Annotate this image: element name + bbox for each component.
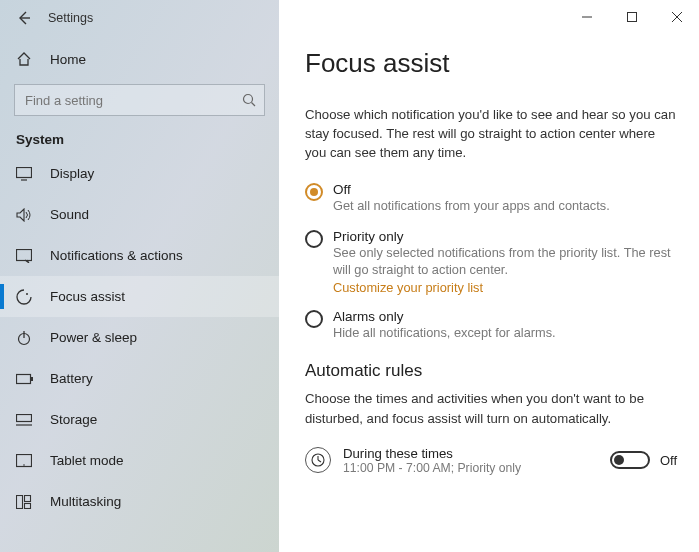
- search-input[interactable]: [23, 92, 242, 109]
- maximize-button[interactable]: [609, 2, 654, 32]
- sidebar-item-focus-assist[interactable]: Focus assist: [0, 276, 279, 317]
- svg-rect-21: [25, 503, 31, 508]
- sidebar-item-label: Multitasking: [50, 494, 121, 509]
- radio-icon: [305, 310, 323, 328]
- svg-point-5: [244, 95, 253, 104]
- power-icon: [16, 330, 36, 346]
- svg-rect-15: [17, 414, 32, 421]
- sidebar-item-battery[interactable]: Battery: [0, 358, 279, 399]
- page-description: Choose which notification you'd like to …: [305, 105, 677, 162]
- home-icon: [16, 51, 36, 67]
- notifications-icon: [16, 249, 36, 263]
- svg-point-10: [26, 293, 28, 295]
- sidebar-item-label: Notifications & actions: [50, 248, 183, 263]
- radio-icon: [305, 183, 323, 201]
- svg-rect-7: [17, 167, 32, 177]
- radio-option-priority[interactable]: Priority only See only selected notifica…: [305, 229, 677, 296]
- sidebar-item-label: Storage: [50, 412, 97, 427]
- sidebar-nav: Display Sound Notifications & actions Fo…: [0, 153, 279, 522]
- sound-icon: [16, 208, 36, 222]
- svg-rect-14: [31, 377, 33, 381]
- radio-title: Alarms only: [333, 309, 556, 324]
- sidebar: Settings Home System: [0, 0, 279, 552]
- sidebar-item-label: Tablet mode: [50, 453, 124, 468]
- sidebar-item-multitasking[interactable]: Multitasking: [0, 481, 279, 522]
- rule-during-times[interactable]: During these times 11:00 PM - 7:00 AM; P…: [305, 438, 677, 483]
- automatic-rules-heading: Automatic rules: [305, 361, 677, 381]
- minimize-icon: [582, 12, 592, 22]
- radio-subtitle: Get all notifications from your apps and…: [333, 197, 610, 214]
- close-button[interactable]: [654, 2, 699, 32]
- clock-icon: [305, 447, 331, 473]
- sidebar-header: Settings: [0, 0, 279, 36]
- svg-line-6: [252, 103, 256, 107]
- sidebar-item-label: Battery: [50, 371, 93, 386]
- back-button[interactable]: [6, 0, 42, 36]
- radio-subtitle: See only selected notifications from the…: [333, 244, 673, 279]
- radio-title: Priority only: [333, 229, 673, 244]
- arrow-left-icon: [16, 10, 32, 26]
- radio-subtitle: Hide all notifications, except for alarm…: [333, 324, 556, 341]
- battery-icon: [16, 373, 36, 385]
- sidebar-item-tablet[interactable]: Tablet mode: [0, 440, 279, 481]
- sidebar-item-notifications[interactable]: Notifications & actions: [0, 235, 279, 276]
- rule-subtitle: 11:00 PM - 7:00 AM; Priority only: [343, 461, 610, 475]
- svg-line-24: [318, 460, 321, 462]
- svg-rect-1: [627, 13, 636, 22]
- search-box[interactable]: [14, 84, 265, 116]
- rule-toggle-label: Off: [660, 453, 677, 468]
- search-container: [0, 78, 279, 126]
- sidebar-home-label: Home: [50, 52, 86, 67]
- storage-icon: [16, 414, 36, 426]
- sidebar-section-heading: System: [0, 126, 279, 153]
- sidebar-item-storage[interactable]: Storage: [0, 399, 279, 440]
- radio-option-alarms[interactable]: Alarms only Hide all notifications, exce…: [305, 309, 677, 341]
- svg-rect-9: [17, 249, 32, 260]
- maximize-icon: [627, 12, 637, 22]
- focus-mode-radio-group: Off Get all notifications from your apps…: [305, 182, 677, 341]
- rule-title: During these times: [343, 446, 610, 461]
- content-area[interactable]: Focus assist Choose which notification y…: [279, 0, 699, 552]
- customize-priority-link[interactable]: Customize your priority list: [333, 280, 483, 295]
- sidebar-item-power[interactable]: Power & sleep: [0, 317, 279, 358]
- svg-rect-19: [17, 495, 23, 508]
- settings-window: Settings Home System: [0, 0, 699, 552]
- svg-rect-20: [25, 495, 31, 501]
- radio-option-off[interactable]: Off Get all notifications from your apps…: [305, 182, 677, 214]
- sidebar-item-label: Display: [50, 166, 94, 181]
- sidebar-item-home[interactable]: Home: [0, 40, 279, 78]
- radio-title: Off: [333, 182, 610, 197]
- sidebar-item-label: Sound: [50, 207, 89, 222]
- window-body: Settings Home System: [0, 0, 699, 552]
- page-title: Focus assist: [305, 48, 677, 79]
- svg-rect-13: [17, 374, 31, 383]
- display-icon: [16, 167, 36, 181]
- svg-point-18: [23, 464, 25, 466]
- close-icon: [672, 12, 682, 22]
- focus-assist-icon: [16, 289, 36, 305]
- radio-icon: [305, 230, 323, 248]
- sidebar-item-display[interactable]: Display: [0, 153, 279, 194]
- tablet-icon: [16, 454, 36, 468]
- app-title: Settings: [48, 11, 93, 25]
- multitasking-icon: [16, 495, 36, 509]
- sidebar-item-sound[interactable]: Sound: [0, 194, 279, 235]
- rule-toggle[interactable]: [610, 451, 650, 469]
- minimize-button[interactable]: [564, 2, 609, 32]
- search-icon: [242, 93, 256, 107]
- sidebar-item-label: Power & sleep: [50, 330, 137, 345]
- sidebar-item-label: Focus assist: [50, 289, 125, 304]
- window-titlebar: [279, 0, 699, 34]
- automatic-rules-description: Choose the times and activities when you…: [305, 389, 677, 427]
